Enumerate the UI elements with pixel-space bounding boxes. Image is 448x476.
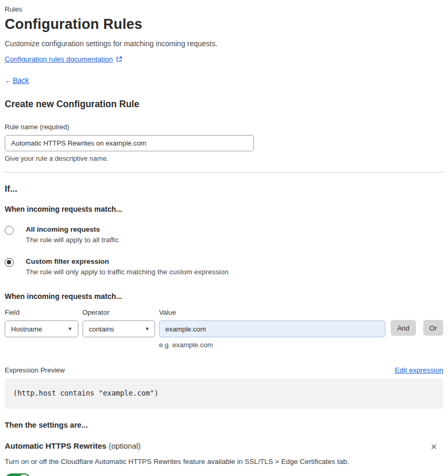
expression-preview-header: Expression Preview Edit expression xyxy=(5,366,443,374)
external-link-icon xyxy=(116,56,123,63)
close-icon[interactable]: × xyxy=(429,441,439,452)
expression-code: (http.host contains "example.com") xyxy=(13,389,158,397)
if-heading: If... xyxy=(5,184,443,194)
radio-option-custom-expression[interactable]: Custom filter expression The rule will o… xyxy=(5,257,443,276)
radio-custom-expression-label[interactable]: Custom filter expression xyxy=(26,257,228,265)
radio-option-all-requests[interactable]: All incoming requests The rule will appl… xyxy=(5,225,443,244)
value-column-label: Value xyxy=(159,308,385,316)
operator-select-value: contains xyxy=(89,325,114,333)
operator-column-label: Operator xyxy=(83,308,156,316)
and-button[interactable]: And xyxy=(391,320,415,336)
value-input[interactable] xyxy=(159,320,385,337)
field-select[interactable]: Hostname ▼ xyxy=(5,320,78,337)
match-type-heading: When incoming requests match... xyxy=(5,205,443,213)
rule-name-label: Rule name (required) xyxy=(5,123,443,131)
page-title: Configuration Rules xyxy=(5,16,443,33)
documentation-link-row: Configuration rules documentation xyxy=(5,55,443,63)
expression-builder-heading: When incoming requests match... xyxy=(5,292,443,301)
or-button[interactable]: Or xyxy=(423,320,443,336)
radio-custom-expression-description: The rule will only apply to traffic matc… xyxy=(26,268,228,276)
setting-description: Turn on or off the Cloudflare Automatic … xyxy=(5,458,443,465)
radio-all-requests-label[interactable]: All incoming requests xyxy=(26,225,119,233)
chevron-down-icon: ▼ xyxy=(68,326,73,332)
configuration-rules-page: Rules Configuration Rules Customize conf… xyxy=(0,0,448,476)
radio-custom-expression[interactable] xyxy=(5,258,14,267)
section-divider xyxy=(5,172,443,173)
then-settings-heading: Then the settings are... xyxy=(5,421,443,429)
setting-optional-label: (optional) xyxy=(109,442,140,450)
setting-name: Automatic HTTPS Rewrites xyxy=(5,441,106,450)
breadcrumb: Rules xyxy=(5,5,443,13)
setting-header-row: Automatic HTTPS Rewrites (optional) × xyxy=(5,441,443,452)
rule-name-help: Give your rule a descriptive name. xyxy=(5,154,443,162)
back-link[interactable]: Back xyxy=(13,76,29,85)
documentation-link[interactable]: Configuration rules documentation xyxy=(5,55,113,63)
back-arrow-icon[interactable]: ← xyxy=(5,76,12,85)
value-help-text: e.g. example.com xyxy=(159,341,385,349)
expression-preview-box: (http.host contains "example.com") xyxy=(5,378,443,409)
expression-builder-row: Field Hostname ▼ Operator contains ▼ Val… xyxy=(5,308,443,349)
operator-select[interactable]: contains ▼ xyxy=(83,320,156,337)
automatic-https-rewrites-toggle[interactable]: ✓ xyxy=(5,473,31,476)
page-subtitle: Customize configuration settings for mat… xyxy=(5,39,443,48)
edit-expression-link[interactable]: Edit expression xyxy=(395,366,443,374)
rule-name-input[interactable] xyxy=(5,135,254,151)
field-column-label: Field xyxy=(5,308,78,316)
expression-preview-label: Expression Preview xyxy=(5,366,65,374)
radio-all-requests-description: The rule will apply to all traffic xyxy=(26,236,119,244)
back-row: ←Back xyxy=(5,76,443,85)
create-rule-heading: Create new Configuration Rule xyxy=(5,99,443,110)
radio-all-requests[interactable] xyxy=(5,226,14,235)
chevron-down-icon: ▼ xyxy=(145,326,149,332)
field-select-value: Hostname xyxy=(11,325,42,333)
